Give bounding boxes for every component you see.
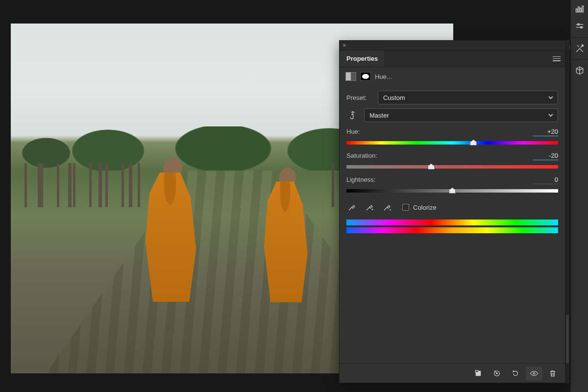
hue-track	[346, 141, 558, 145]
image-subject-1	[136, 161, 204, 308]
svg-rect-1	[578, 7, 580, 12]
preset-value: Custom	[383, 94, 405, 101]
colorize-checkbox[interactable]: Colorize	[402, 204, 437, 211]
saturation-track	[346, 165, 558, 169]
panel-menu-button[interactable]	[548, 50, 565, 67]
lightness-label: Lightness:	[346, 176, 375, 183]
colorize-label: Colorize	[413, 204, 437, 211]
lightness-slider[interactable]	[346, 187, 558, 194]
adjustments-icon[interactable]	[571, 18, 588, 35]
visibility-icon[interactable]	[526, 367, 542, 380]
targeted-adjust-icon[interactable]	[346, 109, 359, 122]
hamburger-icon	[553, 56, 561, 61]
preset-label: Preset:	[346, 94, 373, 101]
hue-label: Hue:	[346, 128, 373, 135]
hue-thumb[interactable]	[470, 140, 477, 146]
panel-scrollbar[interactable]	[565, 40, 569, 383]
clip-to-layer-icon[interactable]	[470, 367, 487, 380]
hue-ramps	[346, 220, 558, 233]
hue-ramp-bottom[interactable]	[346, 227, 558, 233]
eyedropper-icon[interactable]	[346, 202, 357, 213]
chevron-down-icon	[548, 95, 554, 102]
eyedropper-add-icon[interactable]	[364, 202, 375, 213]
tab-properties[interactable]: Properties	[340, 50, 385, 67]
scrollbar-thumb[interactable]	[566, 315, 569, 364]
lightness-thumb[interactable]	[449, 188, 456, 194]
eyedropper-subtract-icon[interactable]	[382, 202, 392, 213]
cube-3d-icon[interactable]	[571, 62, 588, 79]
lightness-value[interactable]: 0	[533, 176, 558, 184]
close-icon[interactable]: ×	[343, 42, 346, 49]
svg-rect-0	[576, 9, 578, 12]
panel-tabrow: Properties	[340, 50, 565, 67]
hue-slider[interactable]	[346, 139, 558, 146]
hue-ramp-top[interactable]	[346, 220, 558, 225]
svg-point-13	[533, 372, 535, 374]
channel-value: Master	[369, 112, 389, 119]
right-toolbar	[570, 0, 588, 392]
saturation-thumb[interactable]	[428, 164, 435, 170]
svg-rect-10	[475, 370, 478, 372]
trash-icon[interactable]	[544, 367, 561, 380]
panel-titlebar[interactable]: ×	[340, 41, 565, 50]
svg-point-12	[496, 372, 498, 374]
image-subject-2	[256, 171, 315, 308]
svg-rect-3	[582, 6, 584, 12]
svg-rect-2	[580, 8, 582, 12]
saturation-value[interactable]: -20	[533, 152, 558, 160]
tools-icon[interactable]	[571, 40, 588, 57]
channel-select[interactable]: Master	[364, 108, 558, 122]
adjustment-thumb-icon[interactable]	[345, 72, 356, 81]
chevron-down-icon	[548, 112, 554, 120]
saturation-label: Saturation:	[346, 152, 377, 159]
layer-mask-icon[interactable]	[360, 72, 371, 81]
preset-select[interactable]: Custom	[378, 91, 558, 104]
properties-panel: × Properties Hue… Preset: Custom Master	[339, 40, 565, 383]
saturation-slider[interactable]	[346, 163, 558, 170]
histogram-icon[interactable]	[571, 0, 588, 18]
adjustment-name: Hue…	[375, 73, 393, 80]
view-previous-icon[interactable]	[489, 367, 505, 380]
reset-icon[interactable]	[507, 367, 524, 380]
hue-value[interactable]: +20	[533, 128, 558, 136]
panel-footer	[340, 363, 565, 383]
checkbox-box-icon	[402, 204, 409, 211]
